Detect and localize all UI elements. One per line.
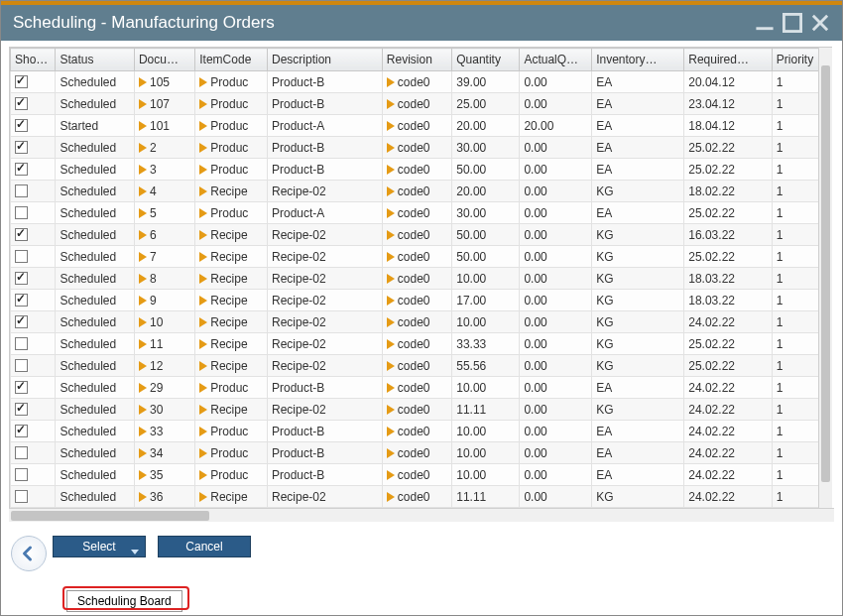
cell-item[interactable]: Recipe	[195, 268, 268, 290]
col-item[interactable]: ItemCode	[195, 49, 268, 71]
cell-rev[interactable]: code0	[382, 224, 451, 246]
show-checkbox[interactable]	[15, 272, 28, 285]
show-checkbox[interactable]	[15, 403, 28, 416]
cell-item[interactable]: Produc	[195, 421, 268, 442]
col-qty[interactable]: Quantity	[452, 49, 520, 71]
col-status[interactable]: Status	[56, 49, 135, 71]
show-checkbox[interactable]	[15, 359, 28, 372]
cell-doc[interactable]: 4	[134, 181, 194, 202]
cell-rev[interactable]: code0	[382, 333, 451, 355]
maximize-icon[interactable]	[783, 13, 802, 33]
minimize-icon[interactable]	[755, 13, 775, 33]
cell-doc[interactable]: 101	[134, 115, 194, 137]
table-row[interactable]: Scheduled4RecipeRecipe-02code020.000.00K…	[11, 181, 831, 202]
scrollbar-thumb[interactable]	[821, 65, 830, 482]
table-row[interactable]: Scheduled3ProducProduct-Bcode050.000.00E…	[11, 159, 831, 181]
show-checkbox[interactable]	[15, 381, 28, 394]
cell-doc[interactable]: 9	[134, 290, 194, 311]
table-row[interactable]: Scheduled29ProducProduct-Bcode010.000.00…	[11, 377, 831, 399]
cell-rev[interactable]: code0	[382, 71, 451, 93]
col-docu[interactable]: Docu…	[134, 49, 194, 71]
cell-doc[interactable]: 3	[134, 159, 194, 181]
table-row[interactable]: Started101ProducProduct-Acode020.0020.00…	[11, 115, 831, 137]
cell-doc[interactable]: 6	[134, 224, 194, 246]
cancel-button[interactable]: Cancel	[158, 536, 251, 557]
cell-rev[interactable]: code0	[382, 137, 451, 159]
dropdown-item-scheduling-board[interactable]: Scheduling Board	[66, 590, 182, 612]
show-checkbox[interactable]	[15, 119, 28, 132]
table-row[interactable]: Scheduled10RecipeRecipe-02code010.000.00…	[11, 311, 831, 333]
cell-doc[interactable]: 105	[134, 71, 194, 93]
show-checkbox[interactable]	[15, 97, 28, 110]
show-checkbox[interactable]	[15, 490, 28, 503]
cell-doc[interactable]: 29	[134, 377, 194, 399]
cell-rev[interactable]: code0	[382, 290, 451, 311]
cell-item[interactable]: Produc	[195, 93, 268, 115]
cell-item[interactable]: Recipe	[195, 224, 268, 246]
cell-item[interactable]: Produc	[195, 202, 268, 224]
cell-rev[interactable]: code0	[382, 159, 451, 181]
col-actq[interactable]: ActualQ…	[520, 49, 592, 71]
cell-item[interactable]: Recipe	[195, 399, 268, 421]
cell-rev[interactable]: code0	[382, 311, 451, 333]
cell-item[interactable]: Produc	[195, 159, 268, 181]
cell-rev[interactable]: code0	[382, 377, 451, 399]
show-checkbox[interactable]	[15, 185, 28, 197]
cell-doc[interactable]: 30	[134, 399, 194, 421]
cell-doc[interactable]: 33	[134, 421, 194, 442]
show-checkbox[interactable]	[15, 294, 28, 307]
cell-item[interactable]: Recipe	[195, 333, 268, 355]
cell-rev[interactable]: code0	[382, 246, 451, 268]
cell-doc[interactable]: 11	[134, 333, 194, 355]
table-row[interactable]: Scheduled30RecipeRecipe-02code011.110.00…	[11, 399, 831, 421]
show-checkbox[interactable]	[15, 468, 28, 481]
select-button[interactable]: Select	[53, 536, 146, 557]
cell-item[interactable]: Produc	[195, 71, 268, 93]
cell-item[interactable]: Produc	[195, 442, 268, 464]
table-row[interactable]: Scheduled9RecipeRecipe-02code017.000.00K…	[11, 290, 831, 311]
table-row[interactable]: Scheduled6RecipeRecipe-02code050.000.00K…	[11, 224, 831, 246]
cell-rev[interactable]: code0	[382, 93, 451, 115]
cell-item[interactable]: Produc	[195, 464, 268, 486]
table-row[interactable]: Scheduled105ProducProduct-Bcode039.000.0…	[11, 71, 831, 93]
cell-rev[interactable]: code0	[382, 442, 451, 464]
cell-doc[interactable]: 10	[134, 311, 194, 333]
cell-doc[interactable]: 12	[134, 355, 194, 377]
show-checkbox[interactable]	[15, 206, 28, 219]
cell-item[interactable]: Produc	[195, 115, 268, 137]
cell-item[interactable]: Produc	[195, 377, 268, 399]
cell-item[interactable]: Recipe	[195, 290, 268, 311]
cell-doc[interactable]: 35	[134, 464, 194, 486]
table-row[interactable]: Scheduled107ProducProduct-Bcode025.000.0…	[11, 93, 831, 115]
table-row[interactable]: Scheduled2ProducProduct-Bcode030.000.00E…	[11, 137, 831, 159]
show-checkbox[interactable]	[15, 337, 28, 350]
cell-item[interactable]: Recipe	[195, 311, 268, 333]
col-desc[interactable]: Description	[267, 49, 382, 71]
scrollbar-thumb[interactable]	[11, 511, 209, 521]
show-checkbox[interactable]	[15, 250, 28, 263]
cell-doc[interactable]: 8	[134, 268, 194, 290]
table-row[interactable]: Scheduled33ProducProduct-Bcode010.000.00…	[11, 421, 831, 442]
cell-rev[interactable]: code0	[382, 355, 451, 377]
table-row[interactable]: Scheduled36RecipeRecipe-02code011.110.00…	[11, 486, 831, 508]
cell-rev[interactable]: code0	[382, 421, 451, 442]
table-row[interactable]: Scheduled8RecipeRecipe-02code010.000.00K…	[11, 268, 831, 290]
col-show[interactable]: Sho…	[11, 49, 56, 71]
show-checkbox[interactable]	[15, 228, 28, 241]
cell-doc[interactable]: 36	[134, 486, 194, 508]
table-row[interactable]: Scheduled12RecipeRecipe-02code055.560.00…	[11, 355, 831, 377]
show-checkbox[interactable]	[15, 163, 28, 176]
table-row[interactable]: Scheduled5ProducProduct-Acode030.000.00E…	[11, 202, 831, 224]
cell-item[interactable]: Recipe	[195, 486, 268, 508]
cell-doc[interactable]: 7	[134, 246, 194, 268]
table-row[interactable]: Scheduled7RecipeRecipe-02code050.000.00K…	[11, 246, 831, 268]
close-icon[interactable]	[810, 13, 830, 33]
cell-rev[interactable]: code0	[382, 202, 451, 224]
cell-rev[interactable]: code0	[382, 268, 451, 290]
cell-doc[interactable]: 34	[134, 442, 194, 464]
cell-rev[interactable]: code0	[382, 115, 451, 137]
show-checkbox[interactable]	[15, 75, 28, 88]
cell-rev[interactable]: code0	[382, 464, 451, 486]
cell-item[interactable]: Produc	[195, 137, 268, 159]
col-req[interactable]: Required…	[684, 49, 773, 71]
